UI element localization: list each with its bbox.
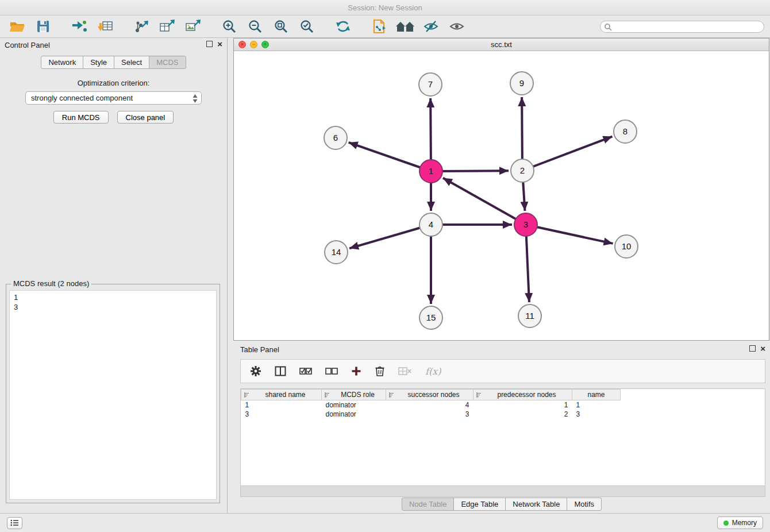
column-header-name[interactable]: name xyxy=(572,390,621,400)
table-settings-button[interactable] xyxy=(250,365,261,377)
tab-node-table[interactable]: Node Table xyxy=(402,498,455,511)
graph-node-15[interactable]: 15 xyxy=(419,306,442,329)
search-field[interactable] xyxy=(600,21,764,33)
graph-edge-2-8[interactable] xyxy=(522,137,613,171)
export-table-button[interactable] xyxy=(156,17,179,36)
vertical-splitter[interactable] xyxy=(228,38,233,513)
eye-icon xyxy=(449,19,465,34)
graph-node-label: 10 xyxy=(622,241,632,251)
tab-select[interactable]: Select xyxy=(114,56,149,69)
hide-graphics-details-button[interactable] xyxy=(419,17,442,36)
criterion-dropdown[interactable]: strongly connected component xyxy=(25,91,202,105)
graph-node-label: 3 xyxy=(523,219,528,229)
save-session-button[interactable] xyxy=(32,17,55,36)
close-table-panel-icon[interactable]: × xyxy=(760,345,765,352)
export-network-button[interactable] xyxy=(130,17,153,36)
task-history-button[interactable] xyxy=(7,517,22,529)
graph-node-2[interactable]: 2 xyxy=(511,159,534,182)
import-network-icon xyxy=(71,19,87,34)
export-image-button[interactable] xyxy=(182,17,205,36)
table-row[interactable]: 1dominator411 xyxy=(241,400,765,410)
network-graph[interactable]: 7968124314101511 xyxy=(234,51,769,340)
apply-layout-button[interactable] xyxy=(332,17,355,36)
function-builder-button[interactable]: f(x) xyxy=(425,366,441,377)
tab-motifs[interactable]: Motifs xyxy=(567,498,602,511)
mcds-result-list[interactable]: 1 3 xyxy=(9,290,217,500)
criterion-value: strongly connected component xyxy=(31,94,133,102)
graph-node-10[interactable]: 10 xyxy=(615,235,638,258)
tab-network-table[interactable]: Network Table xyxy=(505,498,567,511)
import-network-button[interactable] xyxy=(68,17,91,36)
search-input[interactable] xyxy=(600,21,764,32)
float-table-panel-icon[interactable] xyxy=(749,345,756,352)
control-panel-title: Control Panel xyxy=(5,41,50,49)
add-row-button[interactable] xyxy=(351,366,361,376)
tab-edge-table[interactable]: Edge Table xyxy=(453,498,506,511)
delete-row-button[interactable] xyxy=(375,365,385,377)
graph-node-4[interactable]: 4 xyxy=(419,213,442,236)
table-cell: 1 xyxy=(473,400,572,410)
tab-style[interactable]: Style xyxy=(83,56,114,69)
export-document-button[interactable] xyxy=(368,17,391,36)
table-panel: Table Panel × xyxy=(233,342,770,513)
open-session-button[interactable] xyxy=(6,17,29,36)
show-graphics-details-button[interactable] xyxy=(445,17,468,36)
graph-node-3[interactable]: 3 xyxy=(514,213,537,236)
column-header-predecessor-nodes[interactable]: predecessor nodes xyxy=(473,390,572,400)
column-header-successor-nodes[interactable]: successor nodes xyxy=(386,390,473,400)
graph-node-11[interactable]: 11 xyxy=(518,304,541,327)
toolbar-separator xyxy=(120,26,127,27)
column-header-mcds-role[interactable]: MCDS role xyxy=(322,390,386,400)
column-header-shared-name[interactable]: shared name xyxy=(241,390,322,400)
zoom-fit-button[interactable] xyxy=(270,17,292,36)
graph-node-6[interactable]: 6 xyxy=(324,126,347,149)
table-cell: 1 xyxy=(241,400,322,410)
run-mcds-button[interactable]: Run MCDS xyxy=(53,111,109,124)
zoom-out-icon xyxy=(248,19,263,34)
graph-edge-3-10[interactable] xyxy=(526,225,613,244)
node-table-body: 1dominator4113dominator323 xyxy=(241,400,765,419)
zoom-in-button[interactable] xyxy=(218,17,241,36)
network-canvas[interactable]: 7968124314101511 xyxy=(234,51,769,340)
table-row[interactable]: 3dominator323 xyxy=(241,410,765,419)
sort-icon xyxy=(476,392,482,398)
graph-edge-3-1[interactable] xyxy=(443,178,526,225)
control-panel-header: Control Panel × xyxy=(0,38,227,53)
graph-node-8[interactable]: 8 xyxy=(614,120,637,143)
graph-node-9[interactable]: 9 xyxy=(510,72,533,95)
graph-node-label: 6 xyxy=(333,133,338,142)
deselect-all-button[interactable] xyxy=(325,367,338,375)
home-icon xyxy=(395,19,415,34)
select-all-button[interactable] xyxy=(299,367,312,375)
show-columns-button[interactable] xyxy=(275,366,286,376)
float-panel-icon[interactable] xyxy=(206,41,213,47)
close-panel-icon[interactable]: × xyxy=(217,41,222,47)
import-table-button[interactable] xyxy=(94,17,117,36)
control-panel-tabs: Network Style Select MCDS xyxy=(0,56,227,69)
maximize-window-button[interactable]: + xyxy=(261,41,269,48)
mcds-result-line: 1 xyxy=(14,292,212,302)
table-cell: 4 xyxy=(386,400,473,410)
home-button[interactable] xyxy=(394,17,417,36)
minimize-window-button[interactable]: − xyxy=(250,41,257,48)
close-panel-button[interactable]: Close panel xyxy=(117,111,174,124)
mcds-result-title: MCDS result (2 nodes) xyxy=(11,279,91,288)
sort-icon xyxy=(388,392,395,398)
graph-node-14[interactable]: 14 xyxy=(325,241,348,264)
unchecked-boxes-icon xyxy=(325,367,338,375)
table-horizontal-scrollbar[interactable] xyxy=(240,485,765,497)
zoom-out-button[interactable] xyxy=(244,17,267,36)
graph-edge-1-6[interactable] xyxy=(349,142,431,171)
graph-node-7[interactable]: 7 xyxy=(419,73,442,96)
network-window-title: scc.txt xyxy=(491,40,512,49)
search-icon xyxy=(604,23,612,31)
close-window-button[interactable]: × xyxy=(238,41,246,48)
tab-mcds[interactable]: MCDS xyxy=(149,56,186,69)
control-panel: Control Panel × Network Style Select MCD… xyxy=(0,38,228,513)
graph-edge-4-14[interactable] xyxy=(349,225,431,248)
graph-node-1[interactable]: 1 xyxy=(419,160,442,183)
memory-button[interactable]: Memory xyxy=(717,516,763,529)
zoom-selected-button[interactable] xyxy=(295,17,318,36)
delete-column-button[interactable] xyxy=(398,367,412,376)
tab-network[interactable]: Network xyxy=(41,56,83,69)
